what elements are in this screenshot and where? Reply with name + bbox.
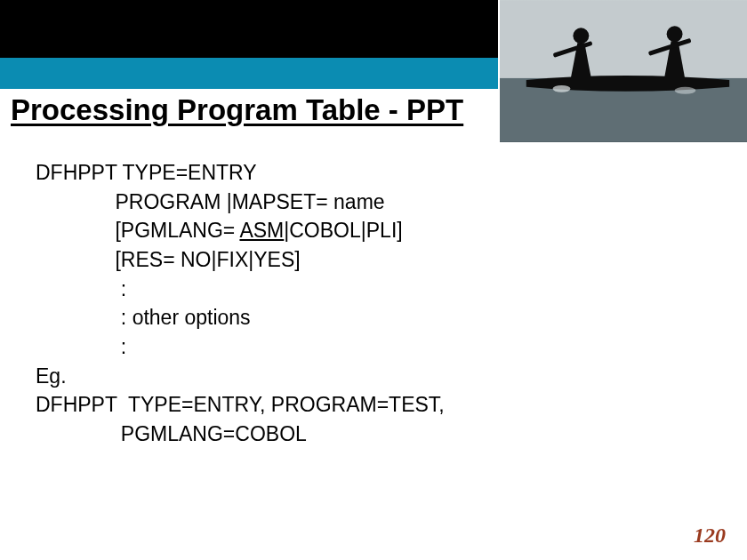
- code-line: DFHPPT TYPE=ENTRY, PROGRAM=TEST,: [36, 390, 711, 420]
- code-line: Eg.: [36, 362, 711, 391]
- code-line: : other options: [36, 303, 711, 332]
- code-line: PROGRAM |MAPSET= name: [36, 188, 711, 217]
- svg-point-2: [573, 28, 589, 44]
- code-line: DFHPPT TYPE=ENTRY: [36, 158, 711, 188]
- header-photo: [498, 0, 747, 142]
- rowers-silhouette-icon: [500, 0, 747, 142]
- slide-title: Processing Program Table - PPT: [11, 93, 463, 127]
- code-line: PGMLANG=COBOL: [36, 420, 711, 449]
- code-line: [RES= NO|FIX|YES]: [36, 245, 711, 275]
- slide-content: DFHPPT TYPE=ENTRY PROGRAM |MAPSET= name …: [36, 158, 711, 449]
- svg-point-6: [553, 85, 571, 92]
- svg-point-7: [675, 87, 696, 94]
- svg-rect-0: [500, 1, 747, 78]
- code-line: [PGMLANG= ASM|COBOL|PLI]: [36, 216, 711, 245]
- default-value: ASM: [239, 219, 284, 242]
- black-band: [0, 0, 498, 58]
- code-line: :: [36, 332, 711, 362]
- code-line: :: [36, 275, 711, 304]
- svg-point-4: [667, 26, 683, 42]
- page-number: 120: [694, 524, 726, 548]
- slide-header: Processing Program Table - PPT: [0, 0, 747, 142]
